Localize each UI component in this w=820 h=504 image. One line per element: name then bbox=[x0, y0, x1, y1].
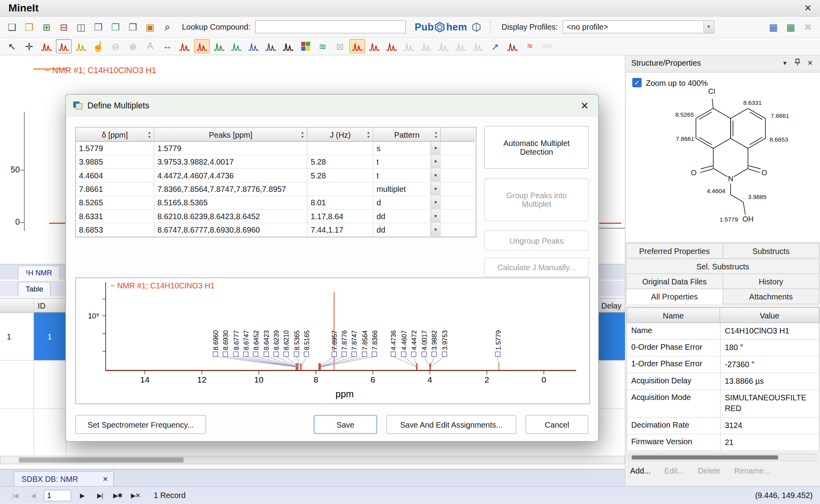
property-value[interactable]: 21 bbox=[720, 434, 813, 451]
property-value[interactable]: 180 ° bbox=[720, 340, 813, 356]
sort-spinner[interactable]: ▲▼ bbox=[299, 130, 306, 140]
peak-marker[interactable] bbox=[391, 352, 396, 356]
spectrum-overlay-icon[interactable] bbox=[211, 39, 227, 53]
props-header-name[interactable]: Name bbox=[627, 308, 720, 322]
peak-marker[interactable] bbox=[243, 352, 248, 356]
pattern-dropdown-arrow[interactable]: ▼ bbox=[431, 196, 440, 209]
horizontal-scrollbar[interactable] bbox=[0, 456, 625, 464]
peak-marker[interactable] bbox=[253, 352, 258, 356]
property-value[interactable]: 13.8866 µs bbox=[720, 373, 813, 389]
dialog-close-icon[interactable]: ✕ bbox=[581, 100, 589, 112]
pointer-tool-icon[interactable]: ↖ bbox=[4, 39, 20, 53]
cell-j[interactable]: 5.28 bbox=[308, 155, 373, 169]
cell-peaks[interactable]: 7.8366,7.8564,7.8747,7.8776,7.8957 bbox=[154, 182, 308, 196]
save-as-icon[interactable]: ◫ bbox=[73, 20, 89, 34]
cell-pattern[interactable]: t▼ bbox=[373, 169, 440, 182]
table-edit-icon[interactable]: ▦ bbox=[783, 20, 799, 34]
cancel-button[interactable]: Cancel bbox=[526, 415, 588, 434]
new-record-button[interactable]: ▶✱ bbox=[110, 489, 125, 501]
overlay-peaks-icon[interactable] bbox=[505, 39, 520, 53]
peak-region-icon[interactable] bbox=[56, 39, 72, 53]
peak-marker[interactable] bbox=[442, 352, 447, 356]
tab-substructs[interactable]: Substructs bbox=[723, 243, 820, 259]
peak-marker[interactable] bbox=[495, 352, 500, 356]
pattern-dropdown-arrow[interactable]: ▼ bbox=[431, 142, 440, 155]
cell-pattern[interactable]: d▼ bbox=[373, 196, 440, 210]
map-2d-icon[interactable] bbox=[298, 39, 313, 53]
cell-peaks[interactable]: 1.5779 bbox=[154, 142, 308, 155]
peak-marker[interactable] bbox=[223, 352, 228, 356]
cell-delta[interactable]: 8.5265 bbox=[76, 196, 154, 210]
tab-original-data-files[interactable]: Original Data Files bbox=[626, 273, 723, 289]
full-width-icon[interactable]: ↔ bbox=[159, 39, 175, 53]
next-record-button[interactable]: ▶ bbox=[74, 489, 90, 501]
column-header-id[interactable]: ID bbox=[34, 299, 66, 312]
cell-j[interactable]: 1.17,8.64 bbox=[308, 210, 373, 223]
sort-spinner[interactable]: ▲▼ bbox=[433, 130, 439, 140]
copy-structure-icon[interactable]: ❐ bbox=[108, 20, 123, 34]
peak-marker[interactable] bbox=[422, 352, 427, 356]
peak-marker[interactable] bbox=[342, 352, 347, 356]
delay-cell-selected[interactable] bbox=[599, 313, 625, 360]
tab-preferred-properties[interactable]: Preferred Properties bbox=[626, 243, 723, 259]
automatic-multiplet-detection-button[interactable]: Automatic Multiplet Detection bbox=[484, 126, 589, 169]
multiplet-row[interactable]: 4.46044.4472,4.4607,4.47365.28t▼ bbox=[76, 169, 476, 182]
contour-plot-icon[interactable]: ≋ bbox=[315, 39, 330, 53]
sort-spinner[interactable]: ▲▼ bbox=[146, 130, 153, 140]
crosshair-tool-icon[interactable]: ✛ bbox=[21, 39, 37, 53]
copy-icon[interactable]: ❐ bbox=[91, 20, 106, 34]
peak-marker[interactable] bbox=[274, 352, 279, 356]
sort-spinner[interactable]: ▲▼ bbox=[365, 130, 372, 140]
scrollbar-thumb[interactable] bbox=[19, 457, 184, 462]
set-spectrometer-frequency-button[interactable]: Set Spectrometer Frequency... bbox=[75, 415, 206, 434]
panel-scrollbar-thumb[interactable] bbox=[632, 455, 778, 460]
cell-peaks[interactable]: 8.6210,8.6239,8.6423,8.6452 bbox=[154, 210, 308, 223]
chevron-down-icon[interactable]: ▾ bbox=[780, 59, 790, 67]
fit-peaks-icon[interactable]: ≈ bbox=[522, 39, 538, 53]
column-header-delay[interactable]: Delay bbox=[599, 299, 625, 312]
multiplet-spectrum-panel[interactable]: 10⁹14121086420ppm8.69608.69308.67778.674… bbox=[75, 278, 590, 404]
binning-icon[interactable] bbox=[263, 39, 279, 53]
cell-delta[interactable]: 1.5779 bbox=[76, 142, 154, 155]
cell-j[interactable]: 8.01 bbox=[308, 196, 373, 210]
db-tab-close-icon[interactable]: ✕ bbox=[102, 475, 108, 483]
cell-j[interactable]: 5.28 bbox=[308, 169, 373, 182]
cell-peaks[interactable]: 8.6747,8.6777,8.6930,8.6960 bbox=[154, 223, 308, 237]
define-multiplets-tool-icon[interactable] bbox=[349, 39, 365, 53]
predict-spectrum-icon[interactable]: ➚ bbox=[488, 39, 503, 53]
delete-record-button[interactable]: ▶✕ bbox=[127, 489, 143, 501]
profile-select[interactable]: <no profile> ▼ bbox=[562, 21, 714, 34]
cell-delta[interactable]: 8.6331 bbox=[76, 210, 154, 223]
baseline-correct-icon[interactable] bbox=[246, 39, 262, 53]
multiplet-analysis-icon[interactable] bbox=[194, 39, 210, 53]
peak-marker[interactable] bbox=[332, 352, 336, 356]
cell-pattern[interactable]: s▼ bbox=[373, 142, 440, 155]
cell-peaks[interactable]: 4.4472,4.4607,4.4736 bbox=[154, 169, 308, 182]
tab-sel-substructs[interactable]: Sel. Substructs bbox=[626, 258, 820, 274]
peak-marker[interactable] bbox=[432, 352, 437, 356]
add-property-button[interactable]: Add... bbox=[630, 466, 651, 475]
cell-pattern[interactable]: multiplet▼ bbox=[373, 182, 440, 196]
peak-marker[interactable] bbox=[411, 352, 416, 356]
pattern-dropdown-arrow[interactable]: ▼ bbox=[431, 155, 440, 168]
column-header-j-hz[interactable]: J (Hz)▲▼ bbox=[308, 127, 373, 142]
pattern-dropdown-arrow[interactable]: ▼ bbox=[431, 169, 440, 182]
cell-delta[interactable]: 4.4604 bbox=[76, 169, 154, 182]
multiplet-row[interactable]: 8.68538.6747,8.6777,8.6930,8.69607.44,1.… bbox=[76, 223, 476, 237]
property-row[interactable]: 0-Order Phase Error180 ° bbox=[627, 340, 819, 356]
save-and-edit-assignments-button[interactable]: Save And Edit Assignments... bbox=[387, 415, 516, 434]
peak-picking-icon[interactable] bbox=[39, 39, 55, 53]
export-database-icon[interactable]: ⊟ bbox=[56, 20, 72, 34]
peak-marker[interactable] bbox=[372, 352, 377, 356]
find-binoculars-icon[interactable]: ⌕ bbox=[159, 20, 175, 34]
table-view-icon[interactable]: ▦ bbox=[766, 20, 782, 34]
cell-j[interactable]: 7.44,1.17 bbox=[308, 223, 373, 237]
property-value[interactable]: -27360 ° bbox=[720, 356, 813, 373]
copy-special-icon[interactable]: ❐ bbox=[125, 20, 141, 34]
window-close-icon[interactable]: ✕ bbox=[804, 3, 812, 14]
profile-dropdown-arrow[interactable]: ▼ bbox=[703, 21, 714, 33]
tab-table[interactable]: Table bbox=[18, 282, 51, 296]
zoom-checkbox-row[interactable]: ✓ Zoom up to 400% bbox=[632, 78, 708, 87]
lookup-compound-input[interactable] bbox=[255, 21, 406, 34]
cell-j[interactable] bbox=[308, 142, 373, 155]
